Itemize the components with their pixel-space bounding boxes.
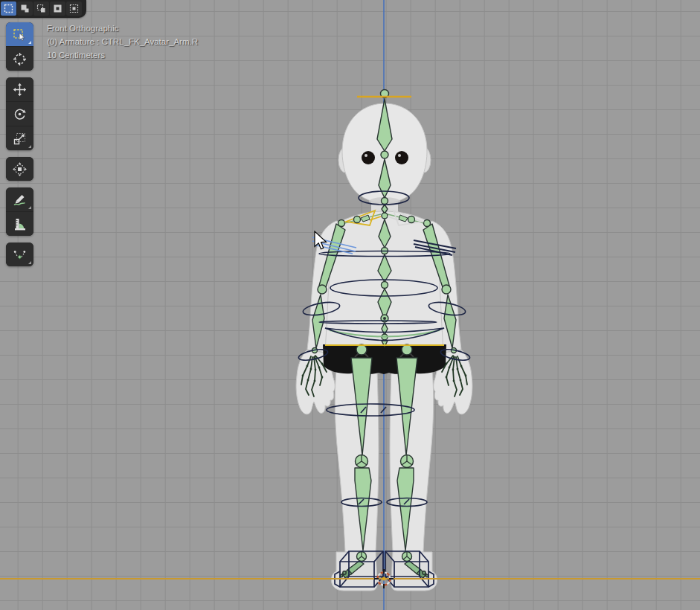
shorts — [323, 344, 446, 374]
move-icon — [13, 83, 27, 97]
select-box-icon — [13, 28, 27, 42]
tool-cursor[interactable] — [6, 46, 33, 71]
select-set-icon — [4, 4, 13, 13]
rotate-icon — [13, 107, 27, 121]
select-mode-bar — [0, 0, 86, 18]
tool-move[interactable] — [6, 77, 33, 101]
toolbar — [6, 22, 33, 273]
tool-group-select — [6, 22, 33, 71]
select-intersect-icon — [69, 4, 79, 13]
tool-measure[interactable] — [6, 211, 33, 236]
select-extend-icon — [20, 4, 30, 13]
select-mode-intersect[interactable] — [66, 1, 82, 16]
transform-icon — [13, 162, 27, 176]
annotate-icon — [13, 193, 27, 207]
tool-pose-breakdowner[interactable] — [6, 243, 33, 266]
select-mode-set[interactable] — [1, 1, 16, 16]
tool-group-transform — [6, 77, 33, 150]
measure-icon — [13, 217, 27, 231]
tool-group-pose — [6, 243, 33, 266]
tool-group-gizmo — [6, 157, 33, 181]
blender-3d-viewport[interactable]: { "header": { "view_label": "Front Ortho… — [0, 0, 700, 610]
select-mode-subtract[interactable] — [33, 1, 49, 16]
select-invert-icon — [53, 4, 62, 13]
tool-rotate[interactable] — [6, 101, 33, 126]
tool-select-box[interactable] — [6, 22, 33, 46]
pose-breakdowner-icon — [13, 248, 27, 262]
tool-annotate[interactable] — [6, 187, 33, 211]
cursor-tool-icon — [13, 52, 27, 66]
select-mode-extend[interactable] — [17, 1, 33, 16]
tool-group-annotate — [6, 187, 33, 236]
select-subtract-icon — [36, 4, 46, 13]
viewport-canvas[interactable] — [0, 0, 700, 610]
select-mode-invert[interactable] — [50, 1, 65, 16]
tool-transform[interactable] — [6, 157, 33, 181]
scale-icon — [13, 132, 27, 146]
tool-scale[interactable] — [6, 126, 33, 150]
